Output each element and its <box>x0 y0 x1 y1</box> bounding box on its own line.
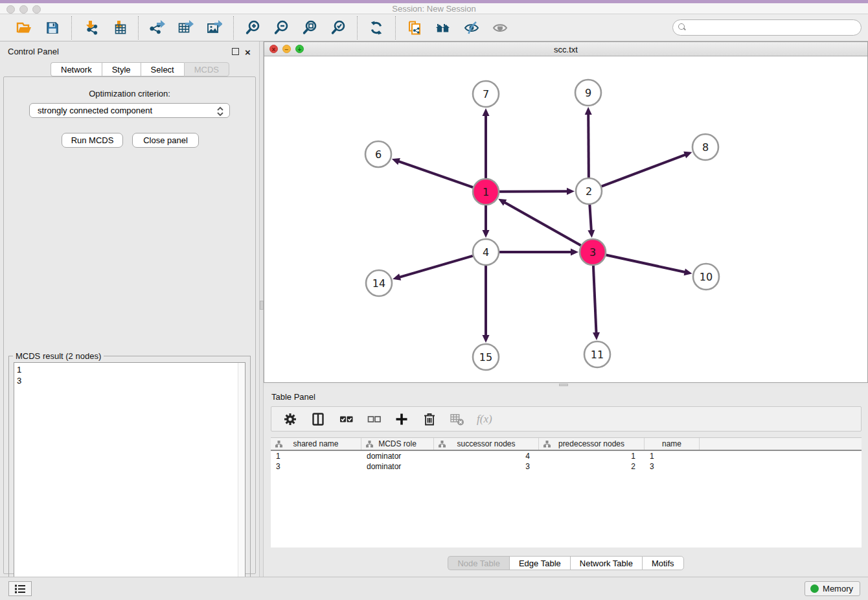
table-cell: 4 <box>434 451 539 461</box>
open-icon[interactable] <box>14 18 34 38</box>
toolbar-group <box>357 16 395 40</box>
show-graphics-details-icon[interactable] <box>490 18 510 38</box>
svg-text:15: 15 <box>479 351 492 363</box>
graph-node-7[interactable]: 7 <box>473 81 499 107</box>
edge-2-9[interactable] <box>588 113 589 178</box>
arrowhead-icon <box>593 332 600 340</box>
network-canvas[interactable]: 7968124314101511 <box>264 56 867 382</box>
table-header-row: shared nameMCDS rolesuccessor nodesprede… <box>271 438 862 451</box>
close-panel-icon[interactable]: × <box>245 49 251 56</box>
graph-node-15[interactable]: 15 <box>473 344 499 370</box>
optimization-criterion-label: Optimization criterion: <box>4 89 255 98</box>
graph-node-9[interactable]: 9 <box>575 80 601 106</box>
tab-style[interactable]: Style <box>102 62 141 76</box>
float-panel-icon[interactable] <box>232 48 239 55</box>
select-stepper-icon <box>215 106 225 119</box>
clone-network-icon[interactable] <box>405 18 424 38</box>
edge-1-6[interactable] <box>398 161 473 188</box>
zoom-fit-icon[interactable] <box>300 18 319 38</box>
arrowhead-icon <box>588 230 595 238</box>
mcds-result-text[interactable]: 1 3 <box>14 362 246 598</box>
settings-icon[interactable] <box>282 411 299 428</box>
memory-status-dot <box>810 584 819 593</box>
export-network-icon[interactable] <box>148 18 167 38</box>
graph-node-10[interactable]: 10 <box>693 264 719 290</box>
graph-node-1[interactable]: 1 <box>473 179 499 205</box>
export-image-icon[interactable] <box>205 18 224 38</box>
edge-2-3[interactable] <box>589 205 591 231</box>
tab-node-table[interactable]: Node Table <box>448 556 509 570</box>
select-all-columns-icon[interactable] <box>337 411 354 428</box>
tab-select[interactable]: Select <box>141 62 184 76</box>
search-field[interactable] <box>689 21 861 34</box>
graph-node-2[interactable]: 2 <box>576 178 602 204</box>
function-builder-button[interactable]: f(x) <box>477 413 492 426</box>
column-header-name[interactable]: name <box>645 438 700 450</box>
table-cell: 1 <box>645 451 700 461</box>
splitter-grip[interactable] <box>559 384 568 386</box>
arrowhead-icon <box>483 230 490 238</box>
criterion-select[interactable]: strongly connected component <box>29 103 230 118</box>
column-label: shared name <box>293 439 338 448</box>
tab-edge-table[interactable]: Edge Table <box>509 556 570 570</box>
tab-network-table[interactable]: Network Table <box>570 556 642 570</box>
import-table-icon[interactable] <box>109 18 129 38</box>
task-history-button[interactable] <box>8 581 32 596</box>
mcds-result-title: MCDS result (2 nodes) <box>13 351 104 361</box>
svg-text:6: 6 <box>375 148 382 161</box>
graph-node-4[interactable]: 4 <box>473 239 499 265</box>
zoom-selected-icon[interactable] <box>328 18 348 38</box>
deselect-all-columns-icon[interactable] <box>365 411 382 428</box>
tab-motifs[interactable]: Motifs <box>642 556 684 570</box>
add-column-icon[interactable] <box>393 411 410 428</box>
svg-text:14: 14 <box>372 277 385 290</box>
column-header-MCDS-role[interactable]: MCDS role <box>361 438 434 450</box>
tab-network[interactable]: Network <box>51 62 102 76</box>
zoom-in-icon[interactable] <box>243 18 262 38</box>
delete-table-icon <box>449 411 466 428</box>
column-header-successor-nodes[interactable]: successor nodes <box>434 438 539 450</box>
run-mcds-button[interactable]: Run MCDS <box>62 133 123 148</box>
tab-mcds[interactable]: MCDS <box>184 62 229 76</box>
edge-3-10[interactable] <box>606 255 686 272</box>
save-icon[interactable] <box>43 18 62 38</box>
table-body: 1dominator4113dominator323 <box>271 451 862 472</box>
edge-3-11[interactable] <box>593 266 597 334</box>
control-panel-title: Control Panel <box>8 47 59 56</box>
memory-label: Memory <box>823 584 853 594</box>
column-header-predecessor-nodes[interactable]: predecessor nodes <box>539 438 645 450</box>
vertical-splitter[interactable] <box>259 41 264 577</box>
edge-1-2[interactable] <box>499 191 568 192</box>
table-row[interactable]: 1dominator411 <box>271 451 862 461</box>
graph-node-8[interactable]: 8 <box>692 134 718 160</box>
edge-3-1[interactable] <box>504 202 581 246</box>
toggle-graphics-details-icon[interactable] <box>462 18 481 38</box>
export-table-icon[interactable] <box>176 18 196 38</box>
column-header-shared-name[interactable]: shared name <box>271 438 361 450</box>
delete-column-icon[interactable] <box>421 411 438 428</box>
column-type-icon <box>275 441 282 448</box>
graph-node-6[interactable]: 6 <box>365 141 391 167</box>
graph-node-3[interactable]: 3 <box>580 239 606 265</box>
memory-button[interactable]: Memory <box>805 581 860 596</box>
zoom-out-icon[interactable] <box>271 18 291 38</box>
first-neighbors-icon[interactable] <box>433 18 453 38</box>
arrowhead-icon <box>684 268 692 275</box>
search-input[interactable] <box>672 19 862 36</box>
table-cell: 2 <box>539 461 645 472</box>
column-label: name <box>662 439 681 448</box>
graph-node-11[interactable]: 11 <box>584 341 610 367</box>
edge-4-14[interactable] <box>399 256 473 277</box>
graph-node-14[interactable]: 14 <box>366 270 392 296</box>
toolbar-group <box>71 16 138 40</box>
table-row[interactable]: 3dominator323 <box>271 461 862 472</box>
network-view-window: × − + scc.txt 7968124314101511 <box>264 41 868 383</box>
control-panel: Control Panel × NetworkStyleSelectMCDS O… <box>0 41 259 577</box>
edge-2-8[interactable] <box>602 154 686 186</box>
svg-text:11: 11 <box>591 349 604 361</box>
close-panel-button[interactable]: Close panel <box>132 133 199 148</box>
import-network-icon[interactable] <box>81 18 100 38</box>
refresh-layout-icon[interactable] <box>367 18 386 38</box>
show-columns-icon[interactable] <box>310 411 326 428</box>
result-scrollbar[interactable] <box>238 363 245 597</box>
